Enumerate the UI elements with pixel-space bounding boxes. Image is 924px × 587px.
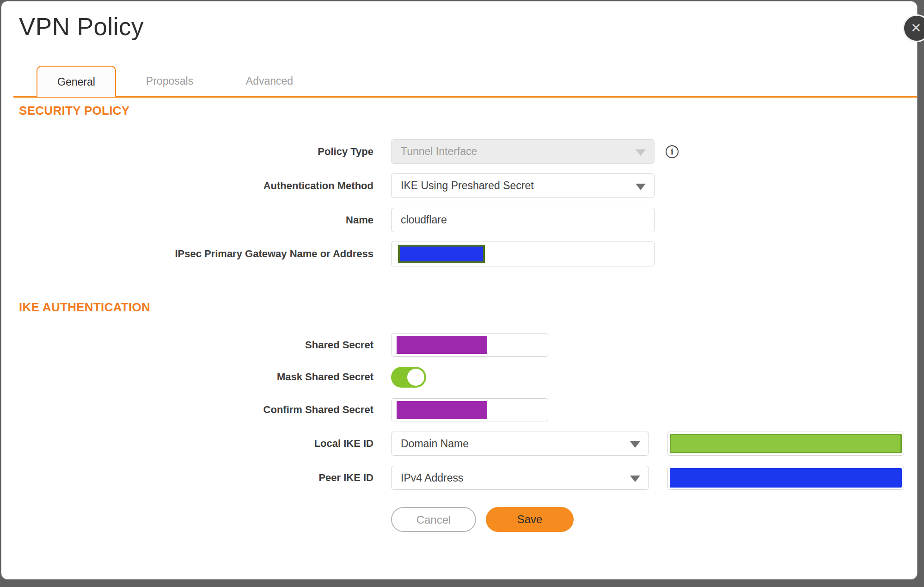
peer-ike-id-row: Peer IKE ID IPv4 Address	[1, 466, 917, 490]
close-icon: ✕	[911, 21, 921, 35]
name-label: Name	[1, 214, 373, 226]
gateway-row: IPsec Primary Gateway Name or Address	[1, 241, 917, 266]
peer-ike-id-type-value: IPv4 Address	[401, 472, 464, 484]
action-buttons-row: Cancel Save	[1, 507, 917, 532]
toggle-knob	[407, 369, 424, 386]
mask-shared-secret-label: Mask Shared Secret	[1, 371, 373, 383]
policy-type-label: Policy Type	[1, 146, 373, 158]
local-ike-id-redacted-value	[670, 434, 902, 453]
tab-proposals[interactable]: Proposals	[130, 66, 209, 97]
vpn-policy-dialog: ✕ VPN Policy General Proposals Advanced …	[1, 1, 918, 580]
page-title: VPN Policy	[19, 12, 144, 41]
chevron-down-icon	[636, 184, 646, 190]
confirm-shared-secret-input[interactable]	[391, 398, 548, 421]
save-button[interactable]: Save	[486, 507, 574, 532]
info-icon[interactable]: i	[666, 145, 679, 158]
tab-general[interactable]: General	[37, 66, 116, 97]
authentication-method-value: IKE Using Preshared Secret	[401, 179, 534, 192]
local-ike-id-input[interactable]	[667, 432, 904, 456]
local-ike-id-label: Local IKE ID	[1, 438, 373, 450]
local-ike-id-row: Local IKE ID Domain Name	[1, 432, 917, 456]
peer-ike-id-select[interactable]: IPv4 Address	[391, 466, 649, 490]
peer-ike-id-label: Peer IKE ID	[1, 472, 373, 484]
section-heading-ike-authentication: IKE AUTHENTICATION	[19, 300, 150, 315]
policy-type-select: Tunnel Interface	[391, 139, 655, 164]
shared-secret-redacted-value	[397, 336, 487, 354]
chevron-down-icon	[630, 441, 640, 448]
close-button[interactable]: ✕	[903, 14, 924, 42]
name-input[interactable]: cloudflare	[391, 208, 655, 232]
name-row: Name cloudflare	[1, 208, 917, 232]
confirm-shared-secret-label: Confirm Shared Secret	[1, 404, 373, 416]
authentication-method-row: Authentication Method IKE Using Preshare…	[1, 173, 917, 198]
tab-advanced[interactable]: Advanced	[230, 66, 309, 97]
chevron-down-icon	[630, 476, 640, 482]
shared-secret-input[interactable]	[391, 333, 548, 357]
authentication-method-label: Authentication Method	[1, 180, 373, 192]
cancel-button[interactable]: Cancel	[391, 507, 476, 532]
confirm-shared-secret-row: Confirm Shared Secret	[1, 398, 917, 421]
chevron-down-icon	[636, 149, 646, 156]
peer-ike-id-redacted-value	[670, 468, 902, 488]
gateway-label: IPsec Primary Gateway Name or Address	[1, 248, 373, 260]
authentication-method-select[interactable]: IKE Using Preshared Secret	[391, 173, 655, 198]
mask-shared-secret-row: Mask Shared Secret	[1, 366, 917, 388]
policy-type-row: Policy Type Tunnel Interface i	[1, 139, 917, 164]
gateway-input[interactable]	[391, 241, 655, 266]
gateway-redacted-value	[398, 245, 485, 263]
name-value: cloudflare	[401, 214, 447, 226]
peer-ike-id-input[interactable]	[667, 466, 904, 490]
section-heading-security-policy: SECURITY POLICY	[19, 104, 130, 118]
mask-shared-secret-toggle[interactable]	[391, 367, 426, 388]
policy-type-value: Tunnel Interface	[401, 145, 477, 158]
shared-secret-row: Shared Secret	[1, 333, 917, 357]
shared-secret-label: Shared Secret	[1, 339, 373, 351]
confirm-shared-secret-redacted-value	[397, 401, 487, 419]
local-ike-id-type-value: Domain Name	[401, 438, 469, 450]
local-ike-id-select[interactable]: Domain Name	[391, 432, 649, 456]
